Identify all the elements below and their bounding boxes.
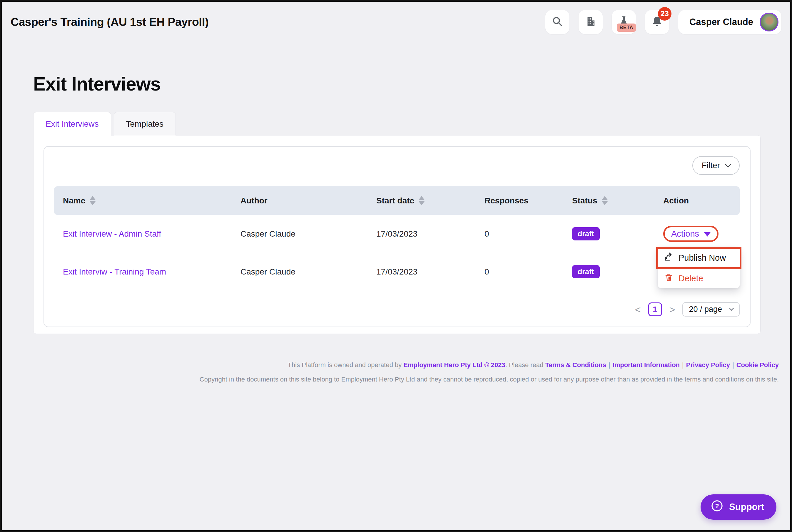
status-badge: draft bbox=[572, 265, 600, 278]
tab-templates[interactable]: Templates bbox=[114, 112, 176, 135]
beta-features-button[interactable]: BETA bbox=[612, 10, 636, 34]
page-size-select[interactable]: 20 / page bbox=[682, 302, 740, 317]
column-header-name[interactable]: Name bbox=[63, 196, 241, 206]
footer-legal-line: This Platform is owned and operated by E… bbox=[33, 361, 779, 369]
notifications-button[interactable]: 23 bbox=[645, 10, 669, 34]
app-window: Casper's Training (AU 1st EH Payroll) bbox=[0, 0, 792, 532]
column-header-action: Action bbox=[663, 196, 740, 206]
previous-page-button[interactable]: < bbox=[635, 304, 641, 315]
search-button[interactable] bbox=[545, 10, 569, 34]
actions-dropdown-button[interactable]: Actions bbox=[671, 229, 711, 239]
chevron-down-icon bbox=[729, 306, 734, 311]
main-content: Exit Interviews Exit Interviews Template… bbox=[2, 73, 790, 383]
important-information-link[interactable]: Important Information bbox=[613, 361, 680, 368]
footer-copyright-line: Copyright in the documents on this site … bbox=[33, 376, 779, 383]
top-bar: Casper's Training (AU 1st EH Payroll) bbox=[2, 2, 790, 42]
top-bar-actions: BETA 23 Casper Claude bbox=[545, 10, 781, 34]
start-date-cell: 17/03/2023 bbox=[376, 267, 485, 277]
publish-annotation-box: Publish Now bbox=[656, 247, 741, 269]
share-icon bbox=[663, 252, 673, 264]
footer: This Platform is owned and operated by E… bbox=[33, 361, 790, 383]
chevron-down-icon bbox=[725, 161, 731, 167]
status-badge: draft bbox=[572, 227, 600, 241]
privacy-policy-link[interactable]: Privacy Policy bbox=[686, 361, 730, 368]
trash-icon bbox=[664, 273, 673, 284]
start-date-cell: 17/03/2023 bbox=[376, 229, 485, 239]
tab-panel: Filter Name Author Start date bbox=[33, 135, 760, 334]
menu-item-publish-now[interactable]: Publish Now bbox=[658, 249, 740, 267]
building-icon bbox=[584, 15, 597, 28]
author-cell: Casper Claude bbox=[241, 229, 376, 239]
responses-cell: 0 bbox=[485, 267, 572, 277]
sort-icon[interactable] bbox=[90, 196, 96, 205]
notification-count-badge: 23 bbox=[658, 7, 672, 21]
next-page-button[interactable]: > bbox=[670, 304, 675, 315]
terms-link[interactable]: Terms & Conditions bbox=[545, 361, 606, 368]
actions-menu: Publish Now Delete bbox=[658, 247, 740, 288]
caret-down-icon bbox=[704, 232, 711, 236]
table-row: Exit Interviw - Training Team Casper Cla… bbox=[54, 253, 740, 291]
page-title: Exit Interviews bbox=[33, 73, 790, 95]
question-circle-icon: ? bbox=[711, 499, 723, 515]
table-row: Exit Interview - Admin Staff Casper Clau… bbox=[54, 215, 740, 253]
tab-exit-interviews[interactable]: Exit Interviews bbox=[33, 112, 111, 135]
column-header-status[interactable]: Status bbox=[572, 196, 663, 206]
sort-icon[interactable] bbox=[602, 196, 608, 205]
organisation-button[interactable] bbox=[579, 10, 603, 34]
exit-interview-link[interactable]: Exit Interview - Admin Staff bbox=[63, 229, 241, 239]
avatar bbox=[760, 13, 778, 32]
search-icon bbox=[551, 16, 563, 28]
filter-button[interactable]: Filter bbox=[692, 156, 740, 175]
exit-interview-link[interactable]: Exit Interviw - Training Team bbox=[63, 267, 241, 277]
cookie-policy-link[interactable]: Cookie Policy bbox=[736, 361, 779, 368]
column-header-start-date[interactable]: Start date bbox=[376, 196, 485, 206]
support-button[interactable]: ? Support bbox=[701, 494, 776, 520]
menu-item-delete[interactable]: Delete bbox=[658, 269, 740, 288]
org-title: Casper's Training (AU 1st EH Payroll) bbox=[11, 16, 208, 28]
actions-annotation-circle: Actions bbox=[663, 226, 718, 242]
page-number-button[interactable]: 1 bbox=[648, 302, 662, 316]
author-cell: Casper Claude bbox=[241, 267, 376, 277]
user-menu[interactable]: Casper Claude bbox=[678, 10, 781, 34]
user-name: Casper Claude bbox=[690, 17, 753, 27]
responses-cell: 0 bbox=[485, 229, 572, 239]
table-header: Name Author Start date Responses Statu bbox=[54, 186, 740, 215]
company-link[interactable]: Employment Hero Pty Ltd © 2023 bbox=[403, 361, 505, 368]
column-header-author: Author bbox=[241, 196, 376, 206]
beta-badge: BETA bbox=[617, 23, 636, 32]
pagination: < 1 > 20 / page bbox=[54, 302, 740, 317]
svg-text:?: ? bbox=[715, 502, 719, 510]
sort-icon[interactable] bbox=[419, 196, 425, 205]
table-card: Filter Name Author Start date bbox=[43, 146, 751, 327]
card-toolbar: Filter bbox=[54, 147, 740, 175]
tab-bar: Exit Interviews Templates bbox=[33, 112, 790, 135]
filter-label: Filter bbox=[702, 161, 720, 170]
column-header-responses: Responses bbox=[485, 196, 572, 206]
